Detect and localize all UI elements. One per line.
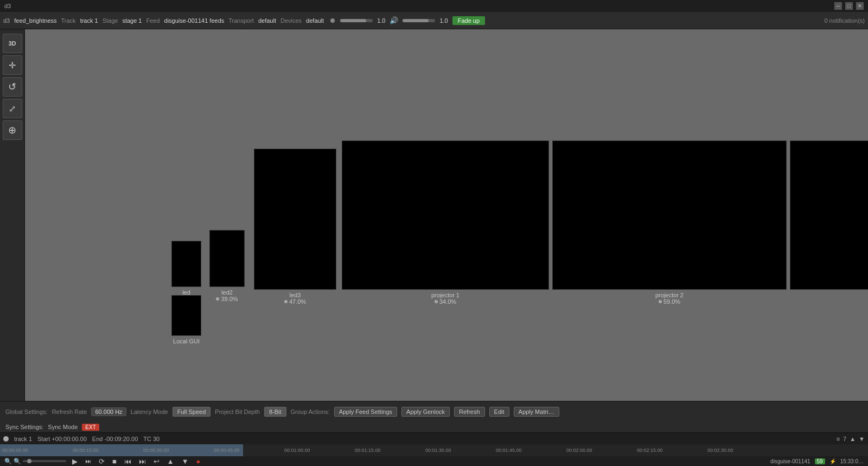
time-mark-1: 00:00:15.00 (73, 448, 143, 453)
track-name: track 1 (14, 436, 32, 442)
fast-forward-button[interactable]: ⏭ (84, 458, 93, 464)
zoom-slider-thumb (27, 459, 31, 463)
latency-mode-button[interactable]: Full Speed (173, 407, 211, 417)
close-button[interactable]: ✕ (856, 2, 864, 10)
zoom-in-button[interactable]: 🔍 (14, 458, 21, 465)
main-canvas: led 54.0% led2 39.0% led3 47.0% projecto… (25, 29, 868, 401)
track-start: Start +00:00:00.00 (37, 436, 87, 442)
device-percent-led3: 47.0% (284, 298, 306, 305)
device-label-led3: led3 (290, 292, 301, 298)
sync-mode-label: Sync Mode (48, 424, 78, 430)
move-tool-button[interactable]: ✛ (3, 55, 22, 75)
play-button[interactable]: ▶ (71, 457, 79, 465)
device-local-gui[interactable]: Local GUI (171, 295, 201, 344)
3d-mode-button[interactable]: 3D (3, 34, 22, 53)
device-projector2[interactable]: projector 2 59.0% (552, 141, 787, 305)
time-mark-7: 00:01:45.00 (496, 448, 566, 453)
latency-mode-label: Latency Mode (131, 408, 168, 415)
apply-matrix-button[interactable]: Apply Matri… (514, 407, 559, 417)
chevron-up-icon[interactable]: ▲ (850, 436, 856, 442)
transport-value: default (258, 17, 276, 24)
apply-genlock-button[interactable]: Apply Genlock (401, 407, 450, 417)
globe-tool-button[interactable]: ⊕ (3, 120, 22, 140)
rotate-tool-button[interactable]: ↺ (3, 77, 22, 97)
undo-button[interactable]: ↩ (152, 457, 161, 465)
transport-status-right: disguise-001141 59 ⚡ 15:33:0… (770, 458, 864, 464)
apply-feed-settings-button[interactable]: Apply Feed Settings (334, 407, 397, 417)
track-indicator (3, 436, 9, 442)
track-label: Track (61, 17, 76, 24)
device-percent-projector1: 34.0% (435, 298, 456, 305)
device-led[interactable]: led 54.0% (171, 241, 201, 302)
zoom-controls: 🔍 🔍 (4, 458, 66, 465)
window-controls[interactable]: ─ □ ✕ (834, 2, 864, 10)
feed-value: disguise-001141 feeds (164, 17, 225, 24)
audio-icon: 🔊 (390, 16, 398, 24)
device-projector3[interactable] (790, 141, 868, 290)
device-screen-led2 (209, 230, 245, 287)
bit-depth-label: Project Bit Depth (215, 408, 260, 415)
volume-slider[interactable] (340, 19, 373, 22)
current-time: 15:33:0… (840, 458, 864, 464)
sync-bar: Sync Settings: Sync Mode EXT (0, 422, 868, 432)
devices-label: Devices (280, 17, 302, 24)
bit-depth-button[interactable]: 8-Bit (264, 407, 286, 417)
track-tc: TC 30 (143, 436, 159, 442)
maximize-button[interactable]: □ (845, 2, 853, 10)
timeline-ruler[interactable]: 00:00:00.00 00:00:15.00 00:00:30.00 00:0… (0, 444, 868, 456)
time-mark-4: 00:01:00.00 (284, 448, 355, 453)
device-led2[interactable]: led2 39.0% (209, 230, 245, 302)
device-screen-led (171, 241, 201, 287)
refresh-button[interactable]: Refresh (454, 407, 485, 417)
device-projector1[interactable]: projector 1 34.0% (342, 141, 549, 305)
edit-button[interactable]: Edit (489, 407, 509, 417)
left-toolbar: 3D ✛ ↺ ⤢ ⊕ (0, 29, 25, 401)
device-label-led2: led2 (221, 289, 233, 296)
device-screen-projector2 (552, 141, 787, 290)
device-screen-projector3 (790, 141, 868, 290)
scale-tool-button[interactable]: ⤢ (3, 99, 22, 118)
ext-mode-button[interactable]: EXT (82, 424, 99, 431)
track-bar-right: ≡ 7 ▲ ▼ (837, 436, 865, 442)
marker-down-button[interactable]: ▼ (180, 457, 190, 465)
time-mark-2: 00:00:30.00 (143, 448, 214, 453)
global-settings-label: Global Settings: (5, 408, 48, 415)
device-label-local-gui: Local GUI (173, 338, 200, 344)
audio-slider[interactable] (403, 19, 435, 22)
device-screen-led3 (254, 149, 336, 290)
go-to-start-button[interactable]: ⏮ (123, 457, 133, 465)
track-value: track 1 (80, 17, 98, 24)
refresh-rate-value: 60.000 Hz (91, 407, 126, 416)
zoom-out-button[interactable]: 🔍 (4, 458, 12, 465)
stage-label: Stage (103, 17, 118, 24)
top-bar: d3 feed_brightness Track track 1 Stage s… (0, 12, 868, 29)
time-mark-5: 00:01:15.00 (355, 448, 425, 453)
marker-up-button[interactable]: ▲ (165, 457, 176, 465)
group-actions-label: Group Actions: (291, 408, 330, 415)
battery-icon: ⚡ (829, 458, 836, 464)
status-dot-projector1 (435, 300, 438, 303)
stop-button[interactable]: ■ (111, 457, 118, 465)
feed-label: Feed (146, 17, 159, 24)
status-dot (330, 18, 335, 23)
go-to-end-button[interactable]: ⏭ (137, 457, 148, 465)
device-led3[interactable]: led3 47.0% (254, 149, 336, 305)
minimize-button[interactable]: ─ (834, 2, 842, 10)
fade-up-button[interactable]: Fade up (452, 16, 485, 25)
device-percent-projector2: 59.0% (659, 298, 680, 305)
device-status: disguise-001141 (770, 458, 810, 464)
zoom-slider[interactable] (23, 460, 66, 462)
stage-value: stage 1 (122, 17, 142, 24)
transport-label: Transport (228, 17, 254, 24)
time-mark-0: 00:00:00.00 (2, 448, 73, 453)
loop-button[interactable]: ⟳ (97, 457, 106, 465)
device-label-projector1: projector 1 (431, 292, 459, 298)
track-bar: track 1 Start +00:00:00.00 End -00:09:20… (0, 432, 868, 444)
sync-settings-label: Sync Settings: (5, 424, 43, 430)
app-title: d3 (4, 3, 11, 9)
settings-bar: Global Settings: Refresh Rate 60.000 Hz … (0, 401, 868, 422)
device-label-projector2: projector 2 (655, 292, 684, 298)
sort-icon: ≡ (837, 436, 840, 442)
chevron-down-icon[interactable]: ▼ (859, 436, 865, 442)
record-button[interactable]: ● (195, 457, 202, 465)
